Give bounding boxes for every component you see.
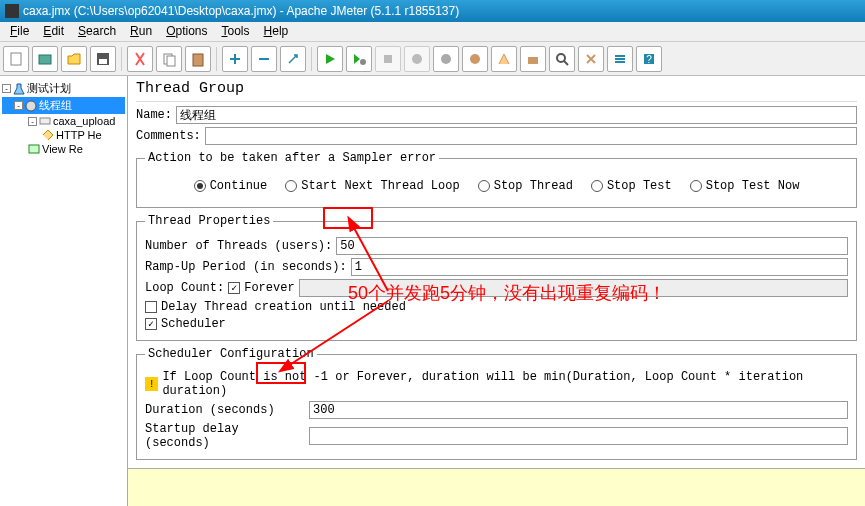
num-threads-input[interactable]: [336, 237, 848, 255]
menu-file[interactable]: File: [3, 22, 36, 41]
window-title: caxa.jmx (C:\Users\op62041\Desktop\caxa.…: [23, 0, 459, 22]
rampup-label: Ramp-Up Period (in seconds):: [145, 260, 347, 274]
reset-search-button[interactable]: [578, 46, 604, 72]
radio-stop-test[interactable]: Stop Test: [591, 179, 672, 193]
function-helper-button[interactable]: [607, 46, 633, 72]
clear-all-button[interactable]: [520, 46, 546, 72]
shutdown-button[interactable]: [404, 46, 430, 72]
start-no-timers-button[interactable]: [346, 46, 372, 72]
menu-tools[interactable]: Tools: [215, 22, 257, 41]
open-button[interactable]: [61, 46, 87, 72]
startup-delay-input[interactable]: [309, 427, 848, 445]
copy-button[interactable]: [156, 46, 182, 72]
svg-point-9: [412, 54, 422, 64]
svg-rect-6: [193, 54, 203, 66]
new-button[interactable]: [3, 46, 29, 72]
tree-thread-group[interactable]: - 线程组: [2, 97, 125, 114]
num-threads-label: Number of Threads (users):: [145, 239, 332, 253]
svg-rect-21: [29, 145, 39, 153]
toolbar: ?: [0, 42, 865, 76]
content-panel: Thread Group Name: Comments: Action to b…: [128, 76, 865, 506]
menu-search[interactable]: Search: [71, 22, 123, 41]
search-button[interactable]: [549, 46, 575, 72]
comments-input[interactable]: [205, 127, 857, 145]
scheduler-warning: If Loop Count is not -1 or Forever, dura…: [162, 370, 844, 398]
radio-next-loop[interactable]: Start Next Thread Loop: [285, 179, 459, 193]
tree-toggle-icon[interactable]: -: [14, 101, 23, 110]
startup-delay-label: Startup delay (seconds): [145, 422, 305, 450]
radio-stop-thread[interactable]: Stop Thread: [478, 179, 573, 193]
help-button[interactable]: ?: [636, 46, 662, 72]
start-button[interactable]: [317, 46, 343, 72]
svg-rect-1: [39, 55, 51, 64]
status-area: [128, 468, 865, 506]
radio-stop-now[interactable]: Stop Test Now: [690, 179, 800, 193]
svg-rect-16: [615, 61, 625, 63]
templates-button[interactable]: [32, 46, 58, 72]
window-titlebar: caxa.jmx (C:\Users\op62041\Desktop\caxa.…: [0, 0, 865, 22]
tree-toggle-icon[interactable]: -: [2, 84, 11, 93]
menu-edit[interactable]: Edit: [36, 22, 71, 41]
clear-button[interactable]: [491, 46, 517, 72]
svg-point-19: [26, 101, 36, 111]
forever-label: Forever: [244, 281, 294, 295]
tree-toggle-icon[interactable]: -: [28, 117, 37, 126]
listener-icon: [28, 143, 40, 155]
tree-controller[interactable]: - caxa_upload: [2, 114, 125, 128]
scheduler-legend: Scheduler Configuration: [145, 347, 317, 361]
svg-rect-15: [615, 58, 625, 60]
svg-point-11: [470, 54, 480, 64]
menu-help[interactable]: Help: [257, 22, 296, 41]
svg-rect-3: [99, 59, 107, 64]
menu-options[interactable]: Options: [159, 22, 214, 41]
svg-point-7: [360, 59, 366, 65]
tree-root[interactable]: - 测试计划: [2, 80, 125, 97]
radio-continue[interactable]: Continue: [194, 179, 268, 193]
remote-start-button[interactable]: [433, 46, 459, 72]
tree-listener[interactable]: View Re: [2, 142, 125, 156]
svg-text:?: ?: [646, 54, 652, 65]
svg-rect-5: [167, 56, 175, 66]
tree-panel: - 测试计划 - 线程组 - caxa_upload HTTP He View …: [0, 76, 128, 506]
scheduler-label: Scheduler: [161, 317, 226, 331]
tree-http-sampler[interactable]: HTTP He: [2, 128, 125, 142]
svg-rect-0: [11, 53, 21, 65]
controller-icon: [39, 115, 51, 127]
svg-point-13: [557, 54, 565, 62]
name-label: Name:: [136, 108, 172, 122]
name-input[interactable]: [176, 106, 857, 124]
annotation-text: 50个并发跑5分钟，没有出现重复编码！: [348, 281, 666, 305]
rampup-input[interactable]: [351, 258, 848, 276]
collapse-button[interactable]: [251, 46, 277, 72]
flask-icon: [13, 83, 25, 95]
forever-checkbox[interactable]: [228, 282, 240, 294]
toggle-button[interactable]: [280, 46, 306, 72]
loop-count-label: Loop Count:: [145, 281, 224, 295]
duration-label: Duration (seconds): [145, 403, 305, 417]
gear-icon: [25, 100, 37, 112]
warning-icon: !: [145, 377, 158, 391]
svg-rect-20: [40, 118, 50, 124]
scheduler-fieldset: Scheduler Configuration ! If Loop Count …: [136, 347, 857, 460]
svg-point-10: [441, 54, 451, 64]
sampler-icon: [42, 129, 54, 141]
paste-button[interactable]: [185, 46, 211, 72]
sampler-error-fieldset: Action to be taken after a Sampler error…: [136, 151, 857, 208]
svg-rect-12: [528, 57, 538, 64]
cut-button[interactable]: [127, 46, 153, 72]
sampler-error-legend: Action to be taken after a Sampler error: [145, 151, 439, 165]
remote-stop-button[interactable]: [462, 46, 488, 72]
duration-input[interactable]: [309, 401, 848, 419]
svg-rect-14: [615, 55, 625, 57]
save-button[interactable]: [90, 46, 116, 72]
scheduler-checkbox[interactable]: [145, 318, 157, 330]
thread-props-legend: Thread Properties: [145, 214, 273, 228]
delay-checkbox[interactable]: [145, 301, 157, 313]
panel-title: Thread Group: [136, 80, 857, 102]
stop-button[interactable]: [375, 46, 401, 72]
svg-rect-8: [384, 55, 392, 63]
thread-props-fieldset: Thread Properties Number of Threads (use…: [136, 214, 857, 341]
menubar: File Edit Search Run Options Tools Help: [0, 22, 865, 42]
menu-run[interactable]: Run: [123, 22, 159, 41]
expand-button[interactable]: [222, 46, 248, 72]
